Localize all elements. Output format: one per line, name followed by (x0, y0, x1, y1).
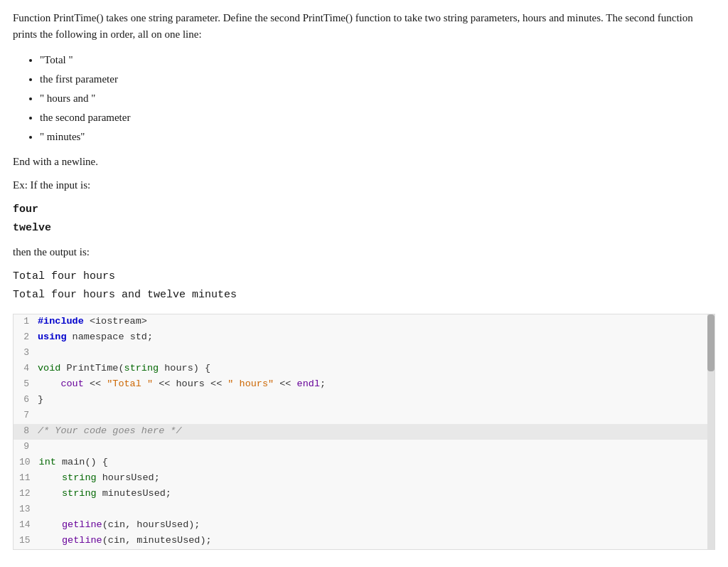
line-number-7: 7 (14, 408, 33, 424)
code-token (38, 378, 60, 389)
line-content-12: string minutesUsed; (35, 487, 714, 502)
code-token: cout (60, 378, 83, 389)
line-content-13 (35, 502, 714, 518)
code-token: using (38, 332, 67, 342)
code-token: hoursUsed; (97, 472, 160, 483)
input-line-2: twelve (13, 219, 715, 238)
example-input: four twelve (13, 201, 715, 237)
code-token: ; (320, 378, 326, 389)
line-content-2: using namespace std; (33, 330, 714, 346)
code-token: /* Your code goes here */ (38, 425, 182, 436)
line-number-15: 15 (14, 534, 35, 549)
code-token: string (62, 488, 97, 499)
code-token: namespace std; (67, 332, 154, 342)
line-number-8: 8 (14, 424, 33, 440)
bullet-item-1: "Total " (40, 51, 715, 70)
line-number-11: 11 (14, 471, 35, 487)
line-number-12: 12 (14, 487, 35, 502)
code-line-13: 13 (14, 502, 714, 518)
code-line-12: 12 string minutesUsed; (14, 487, 714, 502)
bullet-item-4: the second parameter (40, 108, 715, 127)
code-line-10: 10int main() { (14, 455, 714, 471)
line-number-1: 1 (14, 314, 33, 330)
line-content-3 (33, 346, 714, 361)
code-token: getline (62, 535, 102, 546)
code-token: "Total " (107, 378, 153, 389)
code-token (39, 472, 62, 483)
intro-text: Function PrintTime() takes one string pa… (13, 12, 693, 40)
code-token (39, 488, 62, 499)
code-token: (cin, hoursUsed); (102, 519, 200, 530)
line-content-8: /* Your code goes here */ (33, 424, 714, 440)
code-line-3: 3 (14, 346, 714, 361)
description-text: Function PrintTime() takes one string pa… (13, 10, 715, 43)
bullet-item-5: " minutes" (40, 127, 715, 147)
bullet-item-2: the first parameter (40, 70, 715, 89)
line-content-14: getline(cin, hoursUsed); (35, 518, 714, 534)
code-token: string (124, 363, 159, 373)
code-token: " hours" (228, 378, 274, 389)
line-number-5: 5 (14, 377, 33, 393)
example-label: Ex: If the input is: (13, 177, 715, 194)
code-token: void (38, 363, 60, 373)
line-number-2: 2 (14, 330, 33, 346)
code-lines: 1#include <iostream>2using namespace std… (14, 314, 714, 549)
code-token: <iostream> (84, 316, 147, 327)
code-token: << hours << (153, 378, 228, 389)
code-line-4: 4void PrintTime(string hours) { (14, 361, 714, 377)
line-number-4: 4 (14, 361, 33, 377)
code-token: PrintTime( (60, 363, 124, 373)
output-line-1: Total four hours (13, 267, 715, 286)
code-token: (cin, minutesUsed); (102, 535, 212, 546)
bullet-item-3: " hours and " (40, 89, 715, 108)
code-token: getline (62, 519, 102, 530)
line-content-11: string hoursUsed; (35, 471, 714, 487)
line-content-1: #include <iostream> (33, 314, 714, 330)
code-token: endl (297, 378, 320, 389)
code-token: string (62, 472, 97, 483)
bullet-list: "Total " the first parameter " hours and… (13, 51, 715, 147)
code-line-2: 2using namespace std; (14, 330, 714, 346)
line-number-13: 13 (14, 502, 35, 518)
line-content-9 (33, 440, 714, 455)
line-content-5: cout << "Total " << hours << " hours" <<… (33, 377, 714, 393)
code-token: << (274, 378, 296, 389)
code-line-15: 15 getline(cin, minutesUsed); (14, 534, 714, 549)
line-content-7 (33, 408, 714, 424)
output-line-2: Total four hours and twelve minutes (13, 286, 715, 304)
code-line-5: 5 cout << "Total " << hours << " hours" … (14, 377, 714, 393)
code-line-8: 8/* Your code goes here */ (14, 424, 714, 440)
line-number-10: 10 (14, 455, 35, 471)
input-line-1: four (13, 201, 715, 219)
code-line-1: 1#include <iostream> (14, 314, 714, 330)
line-content-15: getline(cin, minutesUsed); (35, 534, 714, 549)
code-token: hours) { (159, 363, 210, 373)
code-token: int (39, 457, 56, 467)
line-number-9: 9 (14, 440, 33, 455)
line-number-6: 6 (14, 393, 33, 408)
code-token (39, 535, 62, 546)
code-token: } (38, 394, 43, 405)
end-text: End with a newline. (13, 154, 715, 170)
main-content: Function PrintTime() takes one string pa… (0, 0, 728, 560)
scrollbar[interactable] (707, 314, 714, 549)
code-line-6: 6} (14, 393, 714, 408)
line-content-10: int main() { (35, 455, 714, 471)
line-content-4: void PrintTime(string hours) { (33, 361, 714, 377)
line-content-6: } (33, 393, 714, 408)
code-line-11: 11 string hoursUsed; (14, 471, 714, 487)
code-token: << (84, 378, 107, 389)
code-editor[interactable]: 1#include <iostream>2using namespace std… (13, 314, 715, 550)
scrollbar-thumb[interactable] (707, 314, 714, 371)
code-token (39, 519, 62, 530)
code-token: #include (38, 316, 84, 327)
output-label: then the output is: (13, 244, 715, 260)
code-line-14: 14 getline(cin, hoursUsed); (14, 518, 714, 534)
code-line-9: 9 (14, 440, 714, 455)
code-token: minutesUsed; (97, 488, 171, 499)
line-number-3: 3 (14, 346, 33, 361)
code-line-7: 7 (14, 408, 714, 424)
code-token: main() { (56, 457, 108, 467)
example-output: Total four hours Total four hours and tw… (13, 267, 715, 304)
line-number-14: 14 (14, 518, 35, 534)
